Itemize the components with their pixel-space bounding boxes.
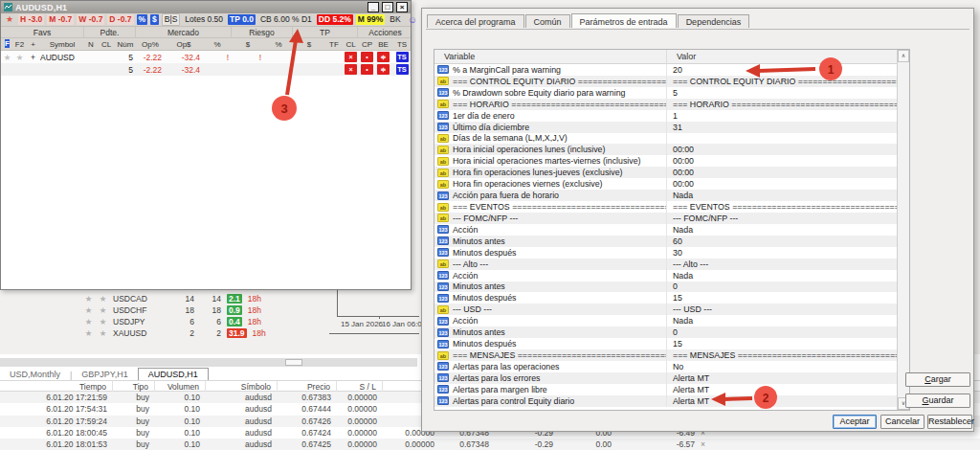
parameter-row[interactable]: 123 Minutos antes 0: [434, 281, 897, 293]
param-value[interactable]: --- USD ---: [667, 304, 897, 314]
toolbar-chip[interactable]: CB 6.00 % D1: [258, 14, 314, 25]
param-value[interactable]: Nada: [667, 225, 897, 235]
tab-dependencias[interactable]: Dependencias: [678, 14, 750, 28]
toolbar-chip[interactable]: $: [150, 14, 159, 25]
param-value[interactable]: Alerta MT: [667, 385, 897, 394]
tab-gbpjpy-h1[interactable]: GBPJPY,H1: [72, 369, 137, 380]
restablecer-button[interactable]: Restablecer: [927, 415, 972, 429]
toolbar-chip[interactable]: B|S: [162, 13, 181, 26]
param-value[interactable]: No: [667, 362, 897, 371]
trade-row[interactable]: 6.01.20 18:01:53 buy 0.10 audusd 0.67425…: [0, 439, 980, 450]
guardar-button[interactable]: Guardar: [905, 394, 970, 408]
parameter-row[interactable]: 123 Último día diciembre 31: [434, 122, 897, 133]
parameter-row[interactable]: ab Hora fin operaciones lunes-jueves (ex…: [434, 167, 897, 178]
favorite-star-icon[interactable]: ★: [1, 53, 13, 62]
close-profit-button[interactable]: •: [361, 52, 373, 62]
close-all-button[interactable]: ×: [345, 52, 357, 62]
parameter-row[interactable]: 123 Minutos antes 0: [434, 326, 897, 338]
toolbar-chip[interactable]: DD 5.2%: [317, 14, 353, 25]
horizontal-scrollbar[interactable]: [0, 358, 417, 367]
toolbar-chip[interactable]: Lotes 0.50: [183, 14, 225, 25]
parameter-row[interactable]: 123 Acción Nada: [434, 270, 897, 281]
param-value[interactable]: 15: [667, 293, 897, 303]
param-value[interactable]: 00:00: [667, 179, 897, 189]
favorite-star-icon[interactable]: ★: [13, 53, 26, 62]
parameter-row[interactable]: 123 Acción para fuera de horario Nada: [434, 190, 897, 201]
toolbar-chip[interactable]: %: [137, 14, 148, 25]
param-value[interactable]: 00:00: [667, 156, 897, 166]
param-value[interactable]: 5: [667, 88, 897, 98]
scroll-up-icon[interactable]: ∧: [898, 50, 909, 62]
tab-comun[interactable]: Común: [525, 14, 570, 28]
parameter-row[interactable]: ab Hora fin operaciones viernes (exclusi…: [434, 178, 897, 190]
toolbar-chip[interactable]: ☺: [406, 14, 419, 25]
close-all-button[interactable]: ×: [345, 64, 357, 75]
parameter-row[interactable]: 123 Minutos después 15: [434, 338, 897, 349]
parameter-row[interactable]: 123 Minutos después 15: [434, 292, 897, 304]
parameter-row[interactable]: 123 Minutos antes 60: [434, 236, 897, 247]
param-value[interactable]: 20: [667, 65, 897, 75]
param-value[interactable]: === MENSAJES ===========================…: [667, 350, 897, 360]
param-value[interactable]: 00:00: [667, 168, 897, 177]
param-value[interactable]: 15: [667, 339, 897, 349]
parameter-row[interactable]: 123 Minutos después 30: [434, 247, 897, 259]
parameter-row[interactable]: ab === MENSAJES ========================…: [434, 349, 897, 361]
parameter-row[interactable]: ab Hora inicial operaciones martes-viern…: [434, 155, 897, 167]
watchlist-row[interactable]: ★ ★ USDJPY 6 6 0.4 18h: [81, 316, 261, 327]
parameter-row[interactable]: 123 1er día de enero 1: [434, 110, 897, 122]
parameter-row[interactable]: 123 % Drawdown sobre Equity diario para …: [434, 87, 897, 99]
favorite-star-icon[interactable]: ★: [96, 328, 110, 338]
parameter-row[interactable]: 123 Alertas para control Equity diario A…: [434, 395, 897, 407]
watchlist-row[interactable]: ★ ★ XAUUSD 2 2 31.9 18h: [81, 327, 266, 339]
parameter-row[interactable]: ab === EVENTOS =========================…: [434, 201, 897, 213]
param-value[interactable]: 31: [667, 123, 897, 132]
param-value[interactable]: 0: [667, 327, 897, 337]
param-value[interactable]: --- FOMC/NFP ---: [667, 214, 897, 223]
param-value[interactable]: 60: [667, 236, 897, 246]
favorite-star-icon[interactable]: ★: [81, 328, 96, 338]
maximize-button[interactable]: □: [382, 2, 393, 12]
breakeven-button[interactable]: ≑: [377, 52, 390, 62]
parameter-row[interactable]: ab Hora inicial operaciones lunes (inclu…: [434, 144, 897, 155]
parameter-row[interactable]: 123 Acción Nada: [434, 224, 897, 236]
parameter-row[interactable]: 123 Alertas para margen libre Alerta MT: [434, 384, 897, 395]
parameter-row[interactable]: ab --- FOMC/NFP --- --- FOMC/NFP ---: [434, 213, 897, 224]
parameter-row[interactable]: 123 Acción Nada: [434, 315, 897, 326]
vertical-scrollbar[interactable]: ∧ ∨: [897, 50, 909, 410]
param-value[interactable]: === EVENTOS ============================…: [667, 202, 897, 212]
param-value[interactable]: Nada: [667, 316, 897, 326]
favorite-star-icon[interactable]: ★: [81, 317, 96, 326]
param-value[interactable]: Nada: [667, 271, 897, 281]
toolbar-chip[interactable]: BK: [388, 14, 402, 25]
toolbar-chip[interactable]: W -0.7: [77, 14, 104, 25]
watchlist-row[interactable]: ★ ★ USDCAD 14 14 2.1 18h: [81, 293, 261, 304]
totals-row[interactable]: 5 -2.22 -32.4 × • ≑ TS: [1, 63, 411, 76]
param-value[interactable]: Alerta MT: [667, 396, 897, 406]
parameter-row[interactable]: 123 Alertas para las operaciones No: [434, 361, 897, 372]
parameter-row[interactable]: ab Días de la semana (L,M,X,J,V): [434, 133, 897, 145]
parameter-row[interactable]: ab --- USD --- --- USD ---: [434, 304, 897, 315]
parameter-row[interactable]: ab === CONTROL EQUITY DIARIO ===========…: [434, 76, 897, 87]
breakeven-button[interactable]: ≑: [377, 64, 390, 75]
param-value[interactable]: 30: [667, 248, 897, 258]
toolbar-chip[interactable]: D -0.7: [107, 14, 133, 25]
parameter-row[interactable]: ab --- Alto --- --- Alto ---: [434, 259, 897, 270]
toolbar-chip[interactable]: ★: [4, 14, 15, 25]
expand-plus[interactable]: +: [26, 53, 40, 62]
toolbar-chip[interactable]: M -0.7: [47, 14, 74, 25]
parameter-row[interactable]: 123 % a MarginCall para warning 20: [434, 64, 897, 76]
param-value[interactable]: Nada: [667, 191, 897, 200]
param-value[interactable]: === HORARIO ============================…: [667, 100, 897, 109]
parameter-row[interactable]: ab === HORARIO =========================…: [434, 99, 897, 110]
aceptar-button[interactable]: Aceptar: [833, 415, 877, 429]
favorite-star-icon[interactable]: ★: [81, 294, 96, 304]
tab-acerca-del-programa[interactable]: Acerca del programa: [427, 14, 524, 28]
parameter-row[interactable]: 123 Alertas para los errores Alerta MT: [434, 372, 897, 384]
close-profit-button[interactable]: •: [361, 64, 373, 75]
param-value[interactable]: 1: [667, 111, 897, 121]
toolbar-chip[interactable]: H -3.0: [18, 14, 44, 25]
cancelar-button[interactable]: Cancelar: [880, 415, 924, 429]
trailing-stop-button[interactable]: TS: [396, 64, 409, 75]
favorite-star-icon[interactable]: ★: [96, 317, 110, 326]
cargar-button[interactable]: Cargar: [905, 372, 970, 387]
